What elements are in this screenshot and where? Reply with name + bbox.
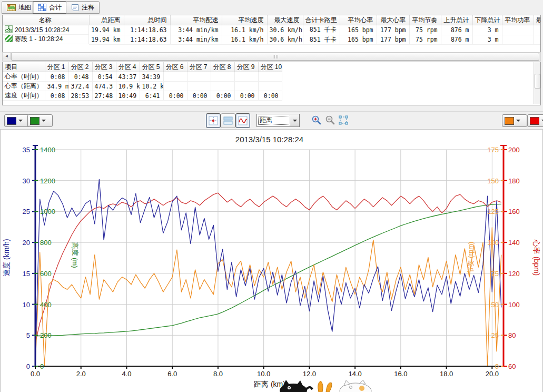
column-header[interactable]: 上升总计 (441, 15, 472, 25)
column-header[interactable]: 名称 (3, 15, 89, 25)
cell (258, 82, 282, 91)
svg-text:75: 75 (491, 270, 499, 278)
scroll-left-arrow-icon[interactable]: ◄ (3, 53, 11, 60)
column-header[interactable]: 分区 2 (68, 62, 92, 72)
tab-notes[interactable]: 注释 (66, 1, 100, 14)
horizontal-scrollbar[interactable]: ◄ (2, 52, 541, 61)
column-header[interactable]: 分区 3 (92, 62, 116, 72)
scrollbar-thumb[interactable] (535, 74, 540, 89)
cadence-color-dropdown[interactable] (502, 114, 527, 127)
column-header[interactable]: 下降总计 (472, 15, 502, 25)
cell: 177 bpm (377, 25, 409, 35)
cell: 75 rpm (409, 35, 441, 44)
cell: 27:48 (92, 91, 116, 101)
column-header[interactable]: 最大心率 (377, 15, 409, 25)
tab-map[interactable]: 地图 (2, 1, 36, 14)
column-header[interactable]: 平均速度 (222, 15, 267, 25)
table-icon (38, 4, 46, 11)
vertical-scrollbar[interactable] (534, 62, 540, 104)
row-label: 心率（时间） (3, 72, 45, 82)
cell (187, 72, 211, 82)
cadence-color-swatch (505, 117, 514, 125)
svg-text:1200: 1200 (40, 177, 55, 185)
table-row[interactable]: 赛段 1 - 10:28:2419.94 km1:14:18.633:44 mi… (3, 35, 540, 44)
cell: 0:54 (92, 72, 116, 82)
column-header[interactable]: 分区 5 (140, 62, 163, 72)
column-header[interactable]: 项目 (3, 62, 45, 72)
crosshair-toggle-button[interactable] (206, 113, 221, 128)
column-header[interactable]: 分区 4 (116, 62, 140, 72)
elevation-color-dropdown[interactable] (27, 114, 53, 127)
cell (234, 72, 258, 82)
table-row: 心率（时间）0:080:480:5443:3734:39 (3, 72, 282, 82)
xaxis-select[interactable]: 距离 (256, 114, 300, 127)
scrollbar-thumb[interactable] (11, 53, 539, 61)
column-header[interactable]: 最大速度 (267, 15, 303, 25)
summary-panel: 名称总距离总时间平均配速平均速度最大速度合计卡路里平均心率最大心率平均节奏上升总… (2, 15, 541, 53)
column-header[interactable]: 平均节奏 (409, 15, 441, 25)
cell: 10:49 (116, 91, 140, 101)
svg-text:5: 5 (26, 331, 30, 339)
column-header[interactable]: 分区 1 (45, 62, 68, 72)
svg-text:18.0: 18.0 (440, 370, 453, 378)
cell: 0:00 (163, 91, 187, 101)
svg-text:0: 0 (495, 362, 499, 370)
series-heart_rate (35, 193, 501, 343)
summary-table: 名称总距离总时间平均配速平均速度最大速度合计卡路里平均心率最大心率平均节奏上升总… (3, 15, 541, 45)
table-row[interactable]: 2013/3/15 10:28:2419.94 km1:14:18.633:44… (3, 25, 540, 35)
column-header[interactable]: 总距离 (89, 15, 124, 25)
cell: 0:08 (45, 91, 68, 101)
tab-label: 地图 (18, 3, 31, 12)
zones-table: 项目分区 1分区 2分区 3分区 4分区 5分区 6分区 7分区 8分区 9分区… (3, 62, 282, 101)
svg-text:100: 100 (508, 301, 520, 309)
cell: 0:08 (45, 72, 68, 82)
column-header[interactable]: 平均配速 (170, 15, 222, 25)
zoom-in-icon (311, 115, 322, 125)
chevron-down-icon (18, 120, 23, 122)
bands-icon (223, 116, 233, 125)
speed-color-dropdown[interactable] (4, 114, 29, 127)
zoom-in-button[interactable] (311, 114, 322, 126)
note-icon (71, 4, 79, 12)
svg-text:1000: 1000 (40, 208, 55, 215)
heart-rate-color-dropdown[interactable] (527, 114, 543, 127)
cell: 19.94 km (89, 25, 124, 35)
column-header[interactable]: 分区 8 (211, 62, 234, 72)
cell (234, 82, 258, 91)
cell: 165 bpm (340, 35, 377, 44)
bands-toggle-button[interactable] (221, 113, 235, 128)
column-header[interactable]: 最 (534, 15, 540, 25)
row-label: 速度（时间） (3, 91, 45, 101)
column-header[interactable]: 平均功率 (502, 15, 534, 25)
svg-text:30: 30 (23, 177, 30, 185)
cell: 16.1 km/h (222, 25, 267, 35)
speed-axis-label: 速度 (km/h) (2, 239, 11, 277)
series-elevation (35, 204, 501, 336)
svg-text:20.0: 20.0 (486, 370, 499, 378)
column-header[interactable]: 分区 6 (163, 62, 187, 72)
column-header[interactable]: 分区 10 (258, 62, 282, 72)
tab-summary[interactable]: 合计 (33, 1, 67, 14)
column-header[interactable]: 合计卡路里 (303, 15, 340, 25)
svg-text:4.0: 4.0 (122, 370, 131, 378)
x-axis-label: 距离 (km) (254, 380, 285, 388)
zoom-fit-button[interactable] (338, 114, 349, 126)
cell: 0:48 (68, 72, 92, 82)
chevron-down-icon[interactable] (290, 115, 299, 126)
svg-text:0: 0 (40, 362, 44, 370)
column-header[interactable]: 分区 9 (234, 62, 258, 72)
svg-text:160: 160 (508, 208, 520, 215)
cell: 6:41 (140, 91, 163, 101)
svg-text:25: 25 (491, 331, 499, 339)
zoom-out-button[interactable] (324, 114, 336, 126)
cell: 28:53 (68, 91, 92, 101)
curve-toggle-button[interactable] (235, 113, 250, 128)
column-header[interactable]: 平均心率 (340, 15, 377, 25)
chart-panel: 0510152025303502004006008001000120014000… (0, 129, 543, 392)
chart-canvas[interactable]: 0510152025303502004006008001000120014000… (0, 130, 543, 392)
cell: 3:44 min/km (170, 25, 222, 35)
column-header[interactable]: 总时间 (124, 15, 170, 25)
activity-name: 赛段 1 - 10:28:24 (15, 35, 63, 44)
column-header[interactable]: 分区 7 (187, 62, 211, 72)
cell: 75 rpm (409, 25, 441, 35)
